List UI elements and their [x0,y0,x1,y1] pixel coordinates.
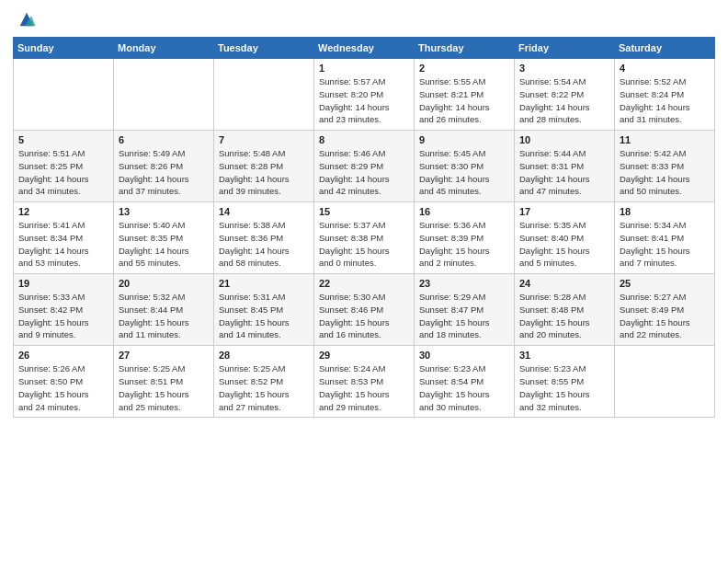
day-info: Sunrise: 5:48 AM Sunset: 8:28 PM Dayligh… [219,147,309,198]
day-cell: 16Sunrise: 5:36 AM Sunset: 8:39 PM Dayli… [415,202,515,274]
day-number: 4 [620,63,710,74]
day-number: 29 [319,350,409,361]
day-info: Sunrise: 5:26 AM Sunset: 8:50 PM Dayligh… [18,362,108,413]
day-info: Sunrise: 5:23 AM Sunset: 8:55 PM Dayligh… [519,362,609,413]
day-cell: 6Sunrise: 5:49 AM Sunset: 8:26 PM Daylig… [114,131,214,202]
day-cell: 5Sunrise: 5:51 AM Sunset: 8:25 PM Daylig… [14,131,114,202]
day-number: 21 [219,278,309,289]
day-number: 20 [119,278,209,289]
day-info: Sunrise: 5:46 AM Sunset: 8:29 PM Dayligh… [319,147,409,198]
day-cell: 14Sunrise: 5:38 AM Sunset: 8:36 PM Dayli… [214,202,314,274]
day-number: 31 [519,350,609,361]
day-info: Sunrise: 5:52 AM Sunset: 8:24 PM Dayligh… [620,75,710,126]
day-number: 14 [219,206,309,217]
day-cell: 3Sunrise: 5:54 AM Sunset: 8:22 PM Daylig… [515,59,615,131]
day-cell: 22Sunrise: 5:30 AM Sunset: 8:46 PM Dayli… [314,274,415,346]
day-info: Sunrise: 5:45 AM Sunset: 8:30 PM Dayligh… [419,147,509,198]
day-number: 6 [119,134,209,145]
logo [13,9,37,29]
day-number: 13 [119,206,209,217]
day-info: Sunrise: 5:49 AM Sunset: 8:26 PM Dayligh… [119,147,209,198]
day-info: Sunrise: 5:23 AM Sunset: 8:54 PM Dayligh… [419,362,509,413]
week-row-4: 26Sunrise: 5:26 AM Sunset: 8:50 PM Dayli… [14,346,715,418]
day-info: Sunrise: 5:55 AM Sunset: 8:21 PM Dayligh… [419,75,509,126]
day-number: 9 [419,134,509,145]
week-row-0: 1Sunrise: 5:57 AM Sunset: 8:20 PM Daylig… [14,59,715,131]
page: SundayMondayTuesdayWednesdayThursdayFrid… [0,0,728,563]
day-cell: 13Sunrise: 5:40 AM Sunset: 8:35 PM Dayli… [114,202,214,274]
day-cell: 4Sunrise: 5:52 AM Sunset: 8:24 PM Daylig… [615,59,715,131]
day-info: Sunrise: 5:44 AM Sunset: 8:31 PM Dayligh… [519,147,609,198]
day-info: Sunrise: 5:41 AM Sunset: 8:34 PM Dayligh… [18,219,108,270]
day-number: 16 [419,206,509,217]
day-number: 26 [18,350,108,361]
header [13,9,715,29]
header-row: SundayMondayTuesdayWednesdayThursdayFrid… [14,38,715,59]
day-cell: 11Sunrise: 5:42 AM Sunset: 8:33 PM Dayli… [615,131,715,202]
day-info: Sunrise: 5:27 AM Sunset: 8:49 PM Dayligh… [620,291,710,341]
day-cell: 9Sunrise: 5:45 AM Sunset: 8:30 PM Daylig… [415,131,515,202]
day-cell: 28Sunrise: 5:25 AM Sunset: 8:52 PM Dayli… [214,346,314,418]
day-number: 22 [319,278,409,289]
day-number: 10 [519,134,609,145]
day-cell: 12Sunrise: 5:41 AM Sunset: 8:34 PM Dayli… [14,202,114,274]
day-number: 27 [119,350,209,361]
day-info: Sunrise: 5:32 AM Sunset: 8:44 PM Dayligh… [119,291,209,341]
day-cell: 15Sunrise: 5:37 AM Sunset: 8:38 PM Dayli… [314,202,415,274]
day-cell: 17Sunrise: 5:35 AM Sunset: 8:40 PM Dayli… [515,202,615,274]
day-cell: 30Sunrise: 5:23 AM Sunset: 8:54 PM Dayli… [415,346,515,418]
day-cell: 19Sunrise: 5:33 AM Sunset: 8:42 PM Dayli… [14,274,114,346]
day-number: 23 [419,278,509,289]
day-cell [214,59,314,131]
calendar-body: 1Sunrise: 5:57 AM Sunset: 8:20 PM Daylig… [14,59,715,418]
day-number: 7 [219,134,309,145]
day-number: 1 [319,63,409,74]
calendar: SundayMondayTuesdayWednesdayThursdayFrid… [13,37,715,418]
day-info: Sunrise: 5:57 AM Sunset: 8:20 PM Dayligh… [319,75,409,126]
day-cell: 1Sunrise: 5:57 AM Sunset: 8:20 PM Daylig… [314,59,415,131]
day-number: 2 [419,63,509,74]
day-cell: 24Sunrise: 5:28 AM Sunset: 8:48 PM Dayli… [515,274,615,346]
day-cell: 2Sunrise: 5:55 AM Sunset: 8:21 PM Daylig… [415,59,515,131]
day-number: 25 [620,278,710,289]
logo-icon [17,9,37,29]
day-number: 24 [519,278,609,289]
day-info: Sunrise: 5:29 AM Sunset: 8:47 PM Dayligh… [419,291,509,341]
day-info: Sunrise: 5:34 AM Sunset: 8:41 PM Dayligh… [620,219,710,270]
day-info: Sunrise: 5:35 AM Sunset: 8:40 PM Dayligh… [519,219,609,270]
header-cell-saturday: Saturday [615,38,715,59]
day-cell [615,346,715,418]
day-cell: 8Sunrise: 5:46 AM Sunset: 8:29 PM Daylig… [314,131,415,202]
day-number: 5 [18,134,108,145]
week-row-3: 19Sunrise: 5:33 AM Sunset: 8:42 PM Dayli… [14,274,715,346]
day-info: Sunrise: 5:28 AM Sunset: 8:48 PM Dayligh… [519,291,609,341]
day-cell: 27Sunrise: 5:25 AM Sunset: 8:51 PM Dayli… [114,346,214,418]
day-number: 19 [18,278,108,289]
day-info: Sunrise: 5:37 AM Sunset: 8:38 PM Dayligh… [319,219,409,270]
day-number: 12 [18,206,108,217]
day-cell: 18Sunrise: 5:34 AM Sunset: 8:41 PM Dayli… [615,202,715,274]
day-cell: 31Sunrise: 5:23 AM Sunset: 8:55 PM Dayli… [515,346,615,418]
day-cell: 29Sunrise: 5:24 AM Sunset: 8:53 PM Dayli… [314,346,415,418]
week-row-2: 12Sunrise: 5:41 AM Sunset: 8:34 PM Dayli… [14,202,715,274]
header-cell-tuesday: Tuesday [214,38,314,59]
header-cell-monday: Monday [114,38,214,59]
day-info: Sunrise: 5:33 AM Sunset: 8:42 PM Dayligh… [18,291,108,341]
day-number: 18 [620,206,710,217]
header-cell-thursday: Thursday [415,38,515,59]
day-cell: 25Sunrise: 5:27 AM Sunset: 8:49 PM Dayli… [615,274,715,346]
day-number: 11 [620,134,710,145]
day-info: Sunrise: 5:54 AM Sunset: 8:22 PM Dayligh… [519,75,609,126]
day-cell: 7Sunrise: 5:48 AM Sunset: 8:28 PM Daylig… [214,131,314,202]
day-info: Sunrise: 5:38 AM Sunset: 8:36 PM Dayligh… [219,219,309,270]
day-cell [114,59,214,131]
day-info: Sunrise: 5:40 AM Sunset: 8:35 PM Dayligh… [119,219,209,270]
day-info: Sunrise: 5:31 AM Sunset: 8:45 PM Dayligh… [219,291,309,341]
day-info: Sunrise: 5:30 AM Sunset: 8:46 PM Dayligh… [319,291,409,341]
day-info: Sunrise: 5:42 AM Sunset: 8:33 PM Dayligh… [620,147,710,198]
day-cell: 26Sunrise: 5:26 AM Sunset: 8:50 PM Dayli… [14,346,114,418]
day-number: 17 [519,206,609,217]
day-cell: 10Sunrise: 5:44 AM Sunset: 8:31 PM Dayli… [515,131,615,202]
header-cell-wednesday: Wednesday [314,38,415,59]
week-row-1: 5Sunrise: 5:51 AM Sunset: 8:25 PM Daylig… [14,131,715,202]
